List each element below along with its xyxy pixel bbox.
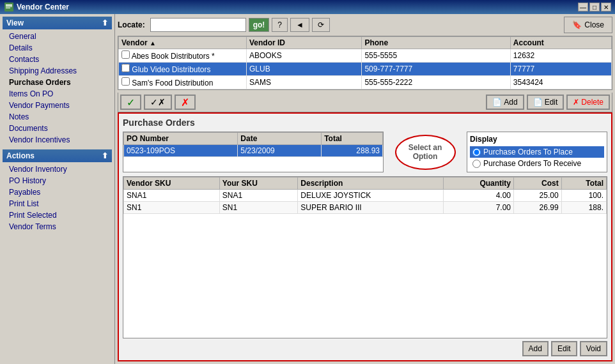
po-total-header[interactable]: Total: [322, 133, 383, 145]
sidebar-item-po-history[interactable]: PO History: [3, 175, 112, 186]
sidebar-item-details[interactable]: Details: [3, 42, 112, 54]
radio-receive[interactable]: [472, 160, 481, 168]
items-table: Vendor SKU Your SKU Description Quantity…: [123, 177, 607, 214]
table-row[interactable]: SN1 SN1 SUPER BARIO III 7.00 26.99 188.: [124, 202, 607, 214]
vendor-checkbox[interactable]: [121, 50, 130, 59]
phone-cell: 555-5555: [362, 49, 510, 63]
vendor-checkbox-cell[interactable]: Sam's Food Distribution: [119, 76, 247, 89]
radio-receive-label: Purchase Orders To Receive: [483, 159, 581, 168]
description-header[interactable]: Description: [298, 178, 444, 190]
vendor-table-container: Vendor ▲ Vendor ID Phone Account Abes Bo…: [118, 36, 612, 90]
sidebar-item-notes[interactable]: Notes: [3, 111, 112, 123]
sidebar-item-vendor-payments[interactable]: Vendor Payments: [3, 100, 112, 111]
vendor-col-header[interactable]: Vendor ▲: [119, 37, 247, 49]
table-row[interactable]: SNA1 SNA1 DELUXE JOYSTICK 4.00 25.00 100…: [124, 190, 607, 202]
vendor-edit-button[interactable]: 📄 Edit: [527, 95, 564, 110]
actions-section-header[interactable]: Actions ⬆: [3, 149, 112, 162]
item-your-sku: SN1: [219, 202, 298, 214]
view-items: General Details Contacts Shipping Addres…: [3, 29, 112, 147]
po-top: PO Number Date Total 0523-109POS 5/23/20…: [123, 132, 607, 172]
po-bottom-actions: Add Edit Void: [123, 341, 607, 356]
table-row[interactable]: Glub Video Distributors GLUB 509-777-777…: [119, 63, 612, 76]
sidebar-item-items-on-po[interactable]: Items On PO: [3, 88, 112, 100]
go-button[interactable]: go!: [249, 18, 270, 32]
vendor-sku-header[interactable]: Vendor SKU: [124, 178, 220, 190]
table-row[interactable]: 0523-109POS 5/23/2009 288.93: [124, 145, 383, 157]
sidebar-item-print-list[interactable]: Print List: [3, 198, 112, 209]
vendor-checkbox[interactable]: [121, 64, 130, 72]
close-button[interactable]: 🔖 Close: [564, 17, 612, 33]
actions-items: Vendor Inventory PO History Payables Pri…: [3, 162, 112, 234]
radio-place-label: Purchase Orders To Place: [483, 148, 573, 156]
sidebar-item-contacts[interactable]: Contacts: [3, 54, 112, 65]
sidebar-item-vendor-terms[interactable]: Vendor Terms: [3, 221, 112, 232]
total-header[interactable]: Total: [561, 178, 606, 190]
sidebar-item-print-selected[interactable]: Print Selected: [3, 209, 112, 221]
vendor-add-button[interactable]: 📄 Add: [486, 95, 524, 110]
po-date-cell: 5/23/2009: [238, 145, 322, 157]
po-number-cell: 0523-109POS: [124, 145, 238, 157]
vendor-actions: ✓ ✓✗ ✗ 📄 Add 📄 Edit ✗ Delete: [118, 93, 612, 112]
phone-col-header[interactable]: Phone: [362, 37, 510, 49]
sidebar-item-vendor-inventory[interactable]: Vendor Inventory: [3, 163, 112, 175]
item-description: DELUXE JOYSTICK: [298, 190, 444, 202]
sidebar-item-documents[interactable]: Documents: [3, 123, 112, 134]
item-quantity: 7.00: [443, 202, 513, 214]
item-total: 188.: [561, 202, 606, 214]
account-cell: 77777: [510, 63, 611, 76]
add-icon: 📄: [492, 98, 502, 107]
view-collapse-icon: ⬆: [102, 19, 108, 27]
cost-header[interactable]: Cost: [514, 178, 562, 190]
help-button[interactable]: ?: [272, 18, 288, 32]
window-title: Vendor Center: [17, 3, 578, 11]
check-x-button[interactable]: ✓✗: [144, 95, 172, 110]
table-row[interactable]: Sam's Food Distribution SAMS 555-555-222…: [119, 76, 612, 89]
item-vendor-sku: SN1: [124, 202, 220, 214]
sidebar-item-shipping-addresses[interactable]: Shipping Addresses: [3, 65, 112, 77]
view-section-header[interactable]: View ⬆: [3, 17, 112, 29]
sidebar-item-purchase-orders[interactable]: Purchase Orders: [3, 77, 112, 88]
radio-place[interactable]: [472, 148, 481, 156]
account-cell: 12632: [510, 49, 611, 63]
po-number-header[interactable]: PO Number: [124, 133, 238, 145]
actions-section: Actions ⬆ Vendor Inventory PO History Pa…: [3, 149, 112, 234]
x-button[interactable]: ✗: [175, 95, 196, 110]
back-button[interactable]: ◄: [290, 18, 309, 32]
refresh-button[interactable]: ⟳: [312, 18, 330, 32]
svg-rect-3: [6, 8, 10, 8]
radio-option-receive[interactable]: Purchase Orders To Receive: [470, 158, 604, 169]
vendor-id-col-header[interactable]: Vendor ID: [247, 37, 362, 49]
radio-option-place[interactable]: Purchase Orders To Place: [470, 146, 604, 158]
po-add-button[interactable]: Add: [522, 341, 549, 356]
account-col-header[interactable]: Account: [510, 37, 611, 49]
po-void-button[interactable]: Void: [580, 341, 607, 356]
vendor-checkbox[interactable]: [121, 77, 130, 86]
vendor-checkbox-cell[interactable]: Glub Video Distributors: [119, 63, 247, 76]
vendor-checkbox-cell[interactable]: Abes Book Distributors *: [119, 49, 247, 63]
po-total-cell: 288.93: [322, 145, 383, 157]
table-row[interactable]: Abes Book Distributors * ABOOKS 555-5555…: [119, 49, 612, 63]
sidebar-item-payables[interactable]: Payables: [3, 186, 112, 198]
vendor-delete-button[interactable]: ✗ Delete: [566, 95, 610, 110]
window-close-button[interactable]: ✕: [601, 3, 611, 11]
display-panel-title: Display: [470, 135, 604, 144]
check-button[interactable]: ✓: [120, 95, 141, 110]
minimize-button[interactable]: —: [578, 3, 588, 11]
sidebar-item-vendor-incentives[interactable]: Vendor Incentives: [3, 134, 112, 146]
po-table: PO Number Date Total 0523-109POS 5/23/20…: [123, 132, 383, 157]
vendor-id-cell: SAMS: [247, 76, 362, 89]
sort-arrow-icon: ▲: [150, 40, 156, 47]
maximize-button[interactable]: □: [589, 3, 600, 11]
display-panel: Display Purchase Orders To Place Purchas…: [467, 132, 607, 172]
quantity-header[interactable]: Quantity: [443, 178, 513, 190]
locate-input[interactable]: [150, 18, 246, 32]
po-edit-button[interactable]: Edit: [551, 341, 577, 356]
item-cost: 26.99: [514, 202, 562, 214]
your-sku-header[interactable]: Your SKU: [219, 178, 298, 190]
phone-cell: 509-777-7777: [362, 63, 510, 76]
po-section: Purchase Orders PO Number Date Total: [118, 112, 612, 361]
locate-label: Locate:: [118, 20, 145, 29]
po-date-header[interactable]: Date: [238, 133, 322, 145]
item-quantity: 4.00: [443, 190, 513, 202]
sidebar-item-general[interactable]: General: [3, 31, 112, 42]
